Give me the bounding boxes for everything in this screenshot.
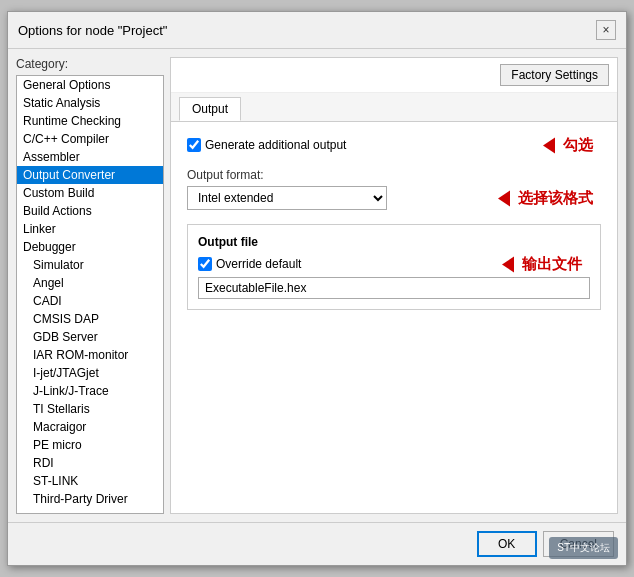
check-annotation-text: 勾选 [563,136,593,155]
tree-item[interactable]: Assembler [17,148,163,166]
generate-row: Generate additional output 勾选 [187,138,601,152]
arrow-left-icon [543,137,555,153]
override-label: Override default [216,257,301,271]
generate-checkbox[interactable] [187,138,201,152]
tree-item[interactable]: C/C++ Compiler [17,130,163,148]
dialog: Options for node "Project" × Category: G… [7,11,627,566]
format-section: Output format: Intel extendedIntel hexMo… [187,168,601,210]
file-annotation-text: 输出文件 [522,255,582,274]
tree-item[interactable]: Custom Build [17,184,163,202]
tree-item[interactable]: RDI [17,454,163,472]
tree-item[interactable]: Linker [17,220,163,238]
left-panel: Category: General OptionsStatic Analysis… [16,57,164,514]
tree-item[interactable]: Runtime Checking [17,112,163,130]
tree-item[interactable]: PE micro [17,436,163,454]
factory-settings-button[interactable]: Factory Settings [500,64,609,86]
tree-item[interactable]: General Options [17,76,163,94]
watermark: ST中文论坛 [549,537,618,559]
dialog-footer: OK Cancel ST中文论坛 [8,522,626,565]
tree-item[interactable]: Simulator [17,256,163,274]
format-annotation: 选择该格式 [498,189,593,208]
tree-item[interactable]: IAR ROM-monitor [17,346,163,364]
right-panel: Factory Settings Output Generate additio… [170,57,618,514]
generate-checkbox-label[interactable]: Generate additional output [187,138,346,152]
ok-button[interactable]: OK [477,531,537,557]
generate-label: Generate additional output [205,138,346,152]
format-arrow-icon [498,190,510,206]
close-button[interactable]: × [596,20,616,40]
file-annotation: 输出文件 [502,255,582,274]
tree-item[interactable]: Third-Party Driver [17,490,163,508]
tree-item[interactable]: ST-LINK [17,472,163,490]
tree-item[interactable]: CMSIS DAP [17,310,163,328]
format-row: Intel extendedIntel hexMotorola S-record… [187,186,601,210]
tree-item[interactable]: Output Converter [17,166,163,184]
tree-item[interactable]: CADI [17,292,163,310]
category-tree: General OptionsStatic AnalysisRuntime Ch… [16,75,164,514]
file-input[interactable]: ExecutableFile.hex [198,277,590,299]
tree-item[interactable]: Macraigor [17,418,163,436]
tab-bar: Output [171,93,617,122]
category-label: Category: [16,57,164,71]
output-file-section: Output file Override default 输出文件 Execut… [187,224,601,310]
format-label: Output format: [187,168,601,182]
file-arrow-icon [502,256,514,272]
factory-bar: Factory Settings [171,58,617,93]
output-file-label: Output file [198,235,590,249]
tree-item[interactable]: J-Link/J-Trace [17,382,163,400]
tree-item[interactable]: GDB Server [17,328,163,346]
format-annotation-text: 选择该格式 [518,189,593,208]
dialog-body: Category: General OptionsStatic Analysis… [8,49,626,522]
tree-item[interactable]: I-jet/JTAGjet [17,364,163,382]
tree-item[interactable]: Angel [17,274,163,292]
tab-output[interactable]: Output [179,97,241,121]
generate-annotation: 勾选 [543,136,593,155]
tree-item[interactable]: Static Analysis [17,94,163,112]
content-area: Generate additional output 勾选 Output for… [171,122,617,513]
dialog-title: Options for node "Project" [18,23,167,38]
tree-item[interactable]: TI Stellaris [17,400,163,418]
tree-item[interactable]: Build Actions [17,202,163,220]
tree-item[interactable]: Debugger [17,238,163,256]
override-checkbox[interactable] [198,257,212,271]
override-row: Override default 输出文件 [198,257,590,271]
close-icon: × [602,23,609,37]
format-select[interactable]: Intel extendedIntel hexMotorola S-record… [187,186,387,210]
title-bar: Options for node "Project" × [8,12,626,49]
